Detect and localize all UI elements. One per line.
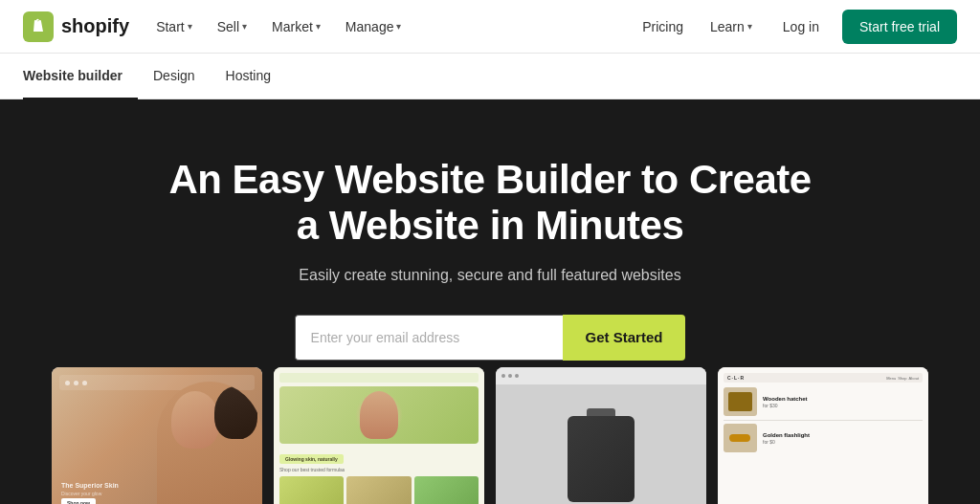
- hero-title: An Easy Website Builder to Create a Webs…: [165, 157, 815, 250]
- card4-product-name-1: Wooden hatchet: [763, 396, 923, 402]
- preview-card-skincare: Glowing skin, naturally Shop our best tr…: [274, 367, 484, 504]
- nav-item-manage[interactable]: Manage ▾: [334, 13, 413, 40]
- card4-product-name-2: Golden flashlight: [763, 432, 923, 438]
- preview-card-beauty: The Superior Skin Discover your glow Sho…: [52, 367, 262, 504]
- navbar: shopify Start ▾ Sell ▾ Market ▾ Manage ▾…: [0, 0, 980, 54]
- login-button[interactable]: Log in: [771, 13, 831, 40]
- hero-subtitle: Easily create stunning, secure and full …: [23, 267, 957, 284]
- hero-cta: Get Started: [23, 315, 957, 361]
- card4-nav: Menu Shop About: [886, 376, 919, 381]
- get-started-button[interactable]: Get Started: [563, 315, 686, 361]
- nav-left: shopify Start ▾ Sell ▾ Market ▾ Manage ▾: [23, 11, 412, 42]
- card4-product-row-1: Wooden hatchet for $30: [724, 387, 923, 416]
- card4-product-info-1: Wooden hatchet for $30: [763, 396, 923, 408]
- chevron-down-icon: ▾: [188, 21, 192, 32]
- subnav-item-website-builder[interactable]: Website builder: [23, 54, 138, 99]
- preview-card-products: C·L·R Menu Shop About Wooden hatchet for…: [718, 367, 928, 504]
- logo-text: shopify: [61, 15, 129, 37]
- subnav-item-design[interactable]: Design: [138, 54, 211, 99]
- nav-item-market[interactable]: Market ▾: [260, 13, 332, 40]
- start-trial-button[interactable]: Start free trial: [842, 10, 957, 44]
- chevron-down-icon: ▾: [316, 21, 321, 32]
- card4-product-price-1: for $30: [763, 403, 923, 408]
- subnav-item-hosting[interactable]: Hosting: [211, 54, 286, 99]
- learn-link[interactable]: Learn ▾: [702, 13, 760, 40]
- preview-card-luggage: [496, 367, 706, 504]
- card4-brand-name: C·L·R: [727, 375, 745, 381]
- card4-product-info-2: Golden flashlight for $0: [763, 432, 923, 445]
- email-input[interactable]: [295, 315, 563, 361]
- nav-item-start[interactable]: Start ▾: [145, 13, 204, 40]
- shopify-logo-icon: [23, 11, 54, 42]
- subnav: Website builder Design Hosting: [0, 54, 980, 99]
- chevron-down-icon: ▾: [242, 21, 247, 32]
- logo[interactable]: shopify: [23, 11, 129, 42]
- preview-strip: The Superior Skin Discover your glow Sho…: [0, 367, 980, 504]
- card4-product-image-1: [724, 387, 757, 416]
- card4-divider: [724, 420, 923, 421]
- card4-product-image-2: [724, 424, 757, 452]
- chevron-down-icon: ▾: [747, 21, 752, 32]
- nav-item-sell[interactable]: Sell ▾: [206, 13, 258, 40]
- chevron-down-icon: ▾: [396, 21, 401, 32]
- pricing-link[interactable]: Pricing: [635, 13, 691, 40]
- card4-product-price-2: for $0: [763, 439, 923, 445]
- hero-section: An Easy Website Builder to Create a Webs…: [0, 99, 980, 367]
- nav-menu: Start ▾ Sell ▾ Market ▾ Manage ▾: [145, 13, 412, 40]
- card4-product-row-2: Golden flashlight for $0: [724, 424, 923, 452]
- nav-right: Pricing Learn ▾ Log in Start free trial: [635, 10, 957, 44]
